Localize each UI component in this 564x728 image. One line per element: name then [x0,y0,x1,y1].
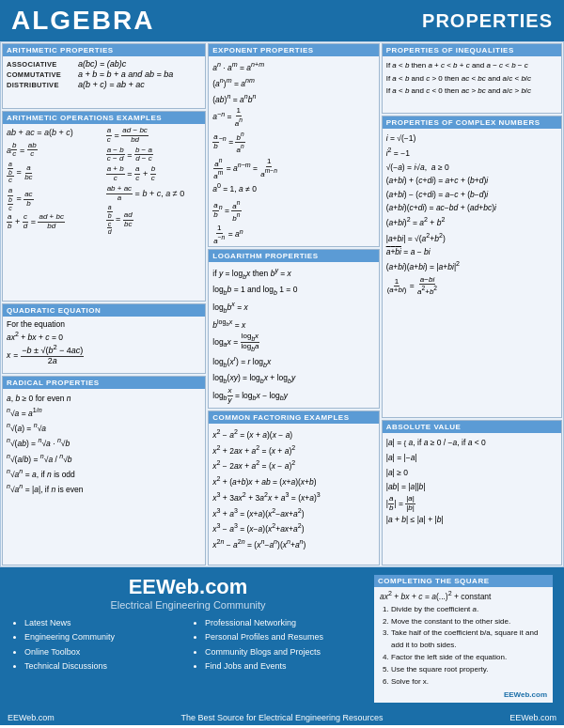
footer-tagline: Electrical Engineering Community [11,599,365,611]
inequalities-section: PROPERTIES OF INEQUALITIES If a < b then… [382,43,562,114]
completing-formula: ax2 + bx + c = a(...)2 + constant [380,590,547,601]
footer-main: EEWeb.com Electrical Engineering Communi… [0,567,564,710]
step-2: Move the constant to the other side. [391,616,547,628]
bottom-right: EEWeb.com [509,713,556,722]
arith-ops: ARITHMETIC OPERATIONS EXAMPLES ab + ac =… [2,111,206,302]
step-4: Factor the left side of the equation. [391,652,547,664]
arith-props-title: ARITHMETIC PROPERTIES [3,44,205,56]
radical-title: RADICAL PROPERTIES [3,377,205,389]
arith-ops-right: ac = ad − bcbd a − bc − d = b − ad − c a… [106,127,202,236]
mid-column: EXPONENT PROPERTIES an · am = an+m (an)m… [207,42,380,566]
completing-section: COMPLETING THE SQUARE ax2 + bx + c = a(.… [374,575,553,703]
step-1: Divide by the coefficient a. [391,604,547,616]
title: ALGEBRA [11,6,154,36]
exponent-section: EXPONENT PROPERTIES an · am = an+m (an)m… [208,43,379,247]
footer-left: EEWeb.com Electrical Engineering Communi… [11,575,365,703]
radical-section: RADICAL PROPERTIES a, b ≥ 0 for even n n… [2,376,206,566]
assoc-label: ASSOCIATIVE [7,59,74,69]
link-personal-profiles[interactable]: Personal Profiles and Resumes [205,630,365,644]
link-engineering-community[interactable]: Engineering Community [24,630,184,644]
subtitle: PROPERTIES [422,10,553,32]
link-professional-networking[interactable]: Professional Networking [205,616,365,630]
dist-val: a(b + c) = ab + ac [78,80,201,89]
completing-title: COMPLETING THE SQUARE [374,575,553,587]
factoring-section: COMMON FACTORING EXAMPLES x2 − a2 = (x +… [208,410,379,565]
link-technical-discussions[interactable]: Technical Discussions [24,659,184,674]
link-online-toolbox[interactable]: Online Toolbox [24,645,184,659]
links-left: Latest News Engineering Community Online… [11,616,184,674]
link-find-jobs[interactable]: Find Jobs and Events [205,659,365,674]
bottom-left: EEWeb.com [8,713,55,722]
comm-label: COMMUTATIVE [7,70,74,79]
quad-line1: For the equation [7,319,65,329]
log-title: LOGARITHM PROPERTIES [209,250,378,262]
quadratic-section: QUADRATIC EQUATION For the equation ax2 … [2,303,206,374]
factoring-title: COMMON FACTORING EXAMPLES [209,411,378,424]
comm-val: a + b = b + a and ab = ba [78,70,201,79]
footer-links: Latest News Engineering Community Online… [11,616,365,674]
links-right: Professional Networking Personal Profile… [192,616,365,674]
arithmetic-properties: ARITHMETIC PROPERTIES ASSOCIATIVE a(bc) … [2,43,206,109]
main-content: ARITHMETIC PROPERTIES ASSOCIATIVE a(bc) … [0,41,564,567]
exponent-title: EXPONENT PROPERTIES [209,44,378,56]
absolute-section: ABSOLUTE VALUE |a| = { a, if a ≥ 0 / −a,… [382,420,562,565]
quadratic-title: QUADRATIC EQUATION [3,304,205,317]
completing-steps: Divide by the coefficient a. Move the co… [380,604,547,689]
link-latest-news[interactable]: Latest News [24,616,184,630]
ineq-title: PROPERTIES OF INEQUALITIES [383,44,561,56]
step-6: Solve for x. [391,676,547,689]
arith-props-grid: ASSOCIATIVE a(bc) = (ab)c COMMUTATIVE a … [7,59,201,89]
arith-ops-left: ab + ac = a(b + c) abc = abc abc = abc a… [7,127,102,236]
complex-section: PROPERTIES OF COMPLEX NUMBERS i = √(−1) … [382,116,562,418]
abs-title: ABSOLUTE VALUE [383,421,561,433]
left-column: ARITHMETIC PROPERTIES ASSOCIATIVE a(bc) … [1,42,207,566]
link-community-blogs[interactable]: Community Blogs and Projects [205,645,365,659]
arith-ops-title: ARITHMETIC OPERATIONS EXAMPLES [3,112,205,124]
step-3: Take half of the coefficient b/a, square… [391,627,547,652]
footer-right-brand: EEWeb.com [380,690,547,699]
dist-label: DISTRIBUTIVE [7,80,74,89]
bottom-center: The Best Source for Electrical Engineeri… [180,713,383,722]
page-header: ALGEBRA PROPERTIES [0,0,564,41]
step-5: Use the square root property. [391,664,547,676]
assoc-val: a(bc) = (ab)c [78,59,201,69]
logarithm-section: LOGARITHM PROPERTIES if y = logbx then b… [208,249,379,409]
right-column: PROPERTIES OF INEQUALITIES If a < b then… [381,42,563,566]
complex-title: PROPERTIES OF COMPLEX NUMBERS [383,116,561,129]
bottom-bar: EEWeb.com The Best Source for Electrical… [0,710,564,725]
footer-site: EEWeb.com [11,575,365,599]
